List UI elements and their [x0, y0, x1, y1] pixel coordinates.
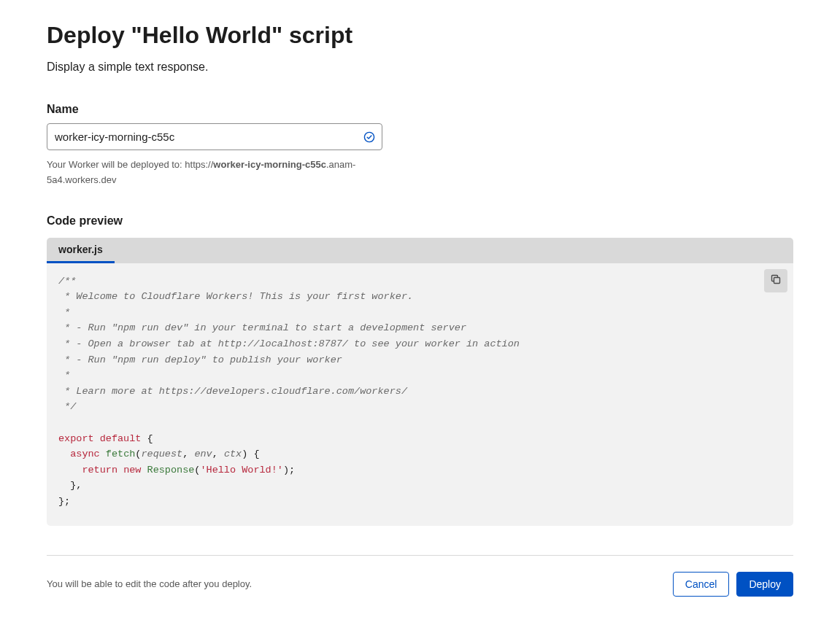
code-body: /** * Welcome to Cloudflare Workers! Thi…	[47, 263, 793, 526]
code-panel: worker.js /** * Welcome to Cloudflare Wo…	[47, 238, 793, 526]
code-token: };	[58, 496, 70, 507]
code-comment-line: * - Run "npm run dev" in your terminal t…	[58, 322, 466, 333]
name-help-text: Your Worker will be deployed to: https:/…	[47, 158, 382, 188]
code-token: request	[141, 449, 182, 459]
checkmark-icon	[363, 131, 375, 143]
code-comment-line: * Learn more at https://developers.cloud…	[58, 386, 407, 397]
code-comment-line: /**	[58, 276, 76, 287]
footer-actions: Cancel Deploy	[673, 572, 793, 597]
code-token: Response	[147, 465, 195, 476]
copy-button[interactable]	[764, 269, 787, 292]
code-token: new	[123, 465, 141, 476]
page-title: Deploy "Hello World" script	[47, 22, 793, 49]
code-comment-line: */	[58, 401, 76, 412]
code-token: async	[70, 449, 100, 459]
code-comment-line: * - Run "npm run deploy" to publish your…	[58, 354, 342, 365]
code-comment-line: * - Open a browser tab at http://localho…	[58, 338, 520, 349]
name-input[interactable]	[47, 123, 382, 150]
footer-note: You will be able to edit the code after …	[47, 578, 252, 589]
code-token: ctx	[224, 449, 242, 459]
help-prefix: Your Worker will be deployed to: https:/…	[47, 159, 213, 170]
page-subtitle: Display a simple text response.	[47, 61, 793, 74]
deploy-button[interactable]: Deploy	[736, 572, 793, 597]
code-token: return	[82, 465, 117, 476]
code-token: ,	[182, 449, 194, 459]
code-token: fetch	[106, 449, 136, 459]
footer-divider	[47, 555, 793, 556]
code-token: ) {	[242, 449, 259, 459]
code-comment-line: *	[58, 307, 70, 318]
code-token: env	[194, 449, 212, 459]
code-token: default	[100, 433, 142, 444]
svg-point-0	[364, 132, 374, 141]
code-preview-label: Code preview	[47, 214, 793, 228]
code-tab-bar: worker.js	[47, 238, 793, 263]
code-comment-line: * Welcome to Cloudflare Workers! This is…	[58, 291, 413, 302]
name-field-label: Name	[47, 103, 793, 116]
help-worker-name: worker-icy-morning-c55c	[213, 159, 326, 170]
svg-rect-1	[774, 278, 780, 284]
code-token: ,	[212, 449, 224, 459]
code-token: export	[58, 433, 94, 444]
code-token: {	[141, 433, 153, 444]
code-token: },	[70, 480, 82, 491]
tab-worker-js[interactable]: worker.js	[47, 238, 115, 263]
cancel-button[interactable]: Cancel	[673, 572, 730, 597]
copy-icon	[770, 273, 782, 287]
code-comment-line: *	[58, 370, 70, 381]
code-token: );	[283, 465, 295, 476]
footer-row: You will be able to edit the code after …	[47, 572, 793, 597]
code-token: 'Hello World!'	[200, 465, 282, 476]
name-input-wrapper	[47, 123, 382, 150]
